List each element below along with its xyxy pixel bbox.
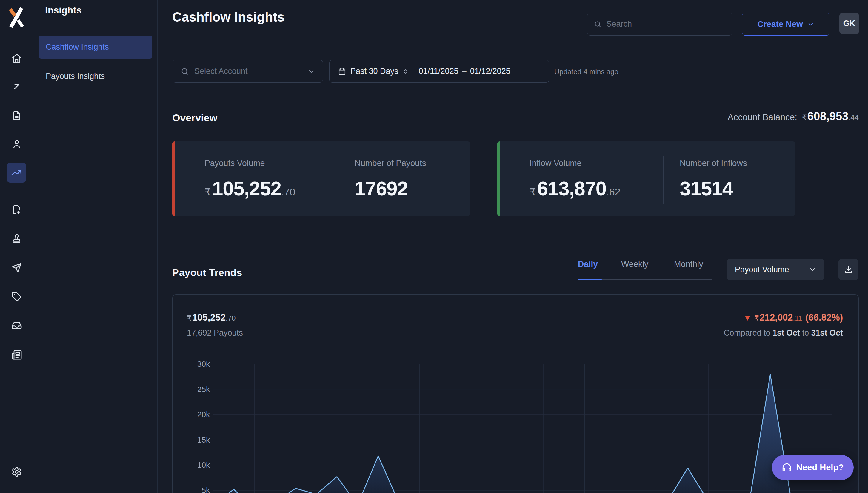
- number-of-payouts-value: 17692: [355, 177, 408, 200]
- sidebar-item-payouts-insights[interactable]: Payouts Insights: [39, 65, 152, 88]
- number-of-inflows-value: 31514: [680, 177, 733, 200]
- user-avatar[interactable]: GK: [839, 13, 859, 34]
- send-icon: [12, 262, 22, 273]
- payout-area-fill: [213, 375, 832, 493]
- nav-reports[interactable]: [10, 348, 23, 361]
- download-icon: [844, 265, 853, 274]
- account-balance: Account Balance: ₹ 608,953 .44: [727, 110, 859, 123]
- trending-up-icon: [11, 167, 22, 178]
- inflow-volume-label: Inflow Volume: [529, 158, 581, 168]
- payouts-count: 17692: [355, 177, 408, 200]
- inflow-summary-card: Inflow Volume ₹ 613,870 .62 Number of In…: [497, 141, 795, 216]
- payouts-volume-label: Payouts Volume: [204, 158, 265, 168]
- avatar-initials: GK: [843, 19, 855, 28]
- inflow-card-accent: [497, 141, 500, 216]
- payouts-volume-int: 105,252: [212, 177, 281, 200]
- inflow-volume-int: 613,870: [537, 177, 607, 200]
- account-balance-label: Account Balance:: [727, 112, 797, 122]
- home-icon: [12, 53, 22, 64]
- nav-payouts[interactable]: [10, 261, 23, 274]
- tab-weekly[interactable]: Weekly: [621, 259, 648, 269]
- last-updated-text: Updated 4 mins ago: [554, 67, 618, 76]
- overview-heading: Overview: [172, 112, 217, 124]
- date-to: 01/12/2025: [470, 67, 510, 76]
- need-help-label: Need Help?: [796, 463, 844, 472]
- trend-chart-svg: [213, 362, 832, 493]
- metric-selector[interactable]: Payout Volume: [727, 259, 824, 280]
- nav-approvals[interactable]: [10, 233, 23, 245]
- date-from: 01/11/2025: [419, 67, 458, 76]
- chevrons-up-down-icon: [402, 68, 409, 75]
- payouts-volume-dec: .70: [281, 186, 295, 198]
- rupee-symbol: ₹: [204, 186, 211, 198]
- payout-line: [213, 375, 832, 493]
- cashflow-insights-page: Insights Cashflow Insights Payouts Insig…: [0, 0, 868, 493]
- account-balance-value: 608,953: [807, 110, 848, 123]
- search-icon: [594, 20, 601, 28]
- sidebar-item-label: Payouts Insights: [46, 72, 105, 81]
- nav-statements[interactable]: [10, 109, 23, 122]
- rupee-symbol: ₹: [754, 314, 759, 322]
- nav-transfers[interactable]: [10, 80, 23, 93]
- date-preset-label: Past 30 Days: [350, 67, 398, 76]
- search-input[interactable]: [606, 19, 725, 29]
- payout-trends-heading: Payout Trends: [172, 267, 242, 278]
- rupee-symbol: ₹: [802, 113, 807, 122]
- chevron-down-icon: [308, 68, 315, 75]
- triangle-down-icon: ▼: [744, 314, 751, 323]
- rupee-symbol: ₹: [187, 314, 191, 322]
- global-search[interactable]: [587, 13, 732, 36]
- y-axis-tick: 30k: [178, 360, 210, 368]
- number-of-payouts-label: Number of Payouts: [355, 158, 426, 168]
- metric-selector-label: Payout Volume: [735, 265, 789, 274]
- chart-total-count: 17,692 Payouts: [187, 328, 243, 338]
- nav-pricing[interactable]: [10, 291, 23, 303]
- file-up-icon: [12, 205, 22, 215]
- nav-beneficiaries[interactable]: [10, 138, 23, 150]
- compare-mid: to: [802, 328, 809, 337]
- create-new-button[interactable]: Create New: [742, 13, 829, 36]
- chart-delta-int: 212,002: [760, 312, 793, 323]
- need-help-button[interactable]: Need Help?: [772, 455, 854, 480]
- tab-monthly[interactable]: Monthly: [674, 259, 703, 269]
- chart-total-dec: .70: [226, 314, 235, 322]
- download-button[interactable]: [839, 259, 859, 280]
- inflow-volume-dec: .62: [606, 186, 620, 198]
- y-axis-tick: 15k: [178, 435, 210, 444]
- nav-bulk-upload[interactable]: [10, 203, 23, 216]
- y-axis-tick: 25k: [178, 385, 210, 394]
- sidebar-item-cashflow-insights[interactable]: Cashflow Insights: [39, 36, 152, 59]
- sidebar-title: Insights: [45, 5, 82, 16]
- chart-total-int: 105,252: [192, 312, 226, 323]
- tab-daily[interactable]: Daily: [578, 259, 598, 269]
- date-range-picker[interactable]: Past 30 Days 01/11/2025 – 01/12/2025: [329, 60, 549, 83]
- brand-x-logo: [7, 6, 26, 29]
- payouts-card-accent: [172, 141, 175, 216]
- rupee-symbol: ₹: [529, 186, 536, 198]
- date-range-values: 01/11/2025 – 01/12/2025: [419, 67, 510, 76]
- page-title: Cashflow Insights: [172, 9, 284, 24]
- inflow-volume-value: ₹ 613,870 .62: [529, 177, 620, 200]
- compare-to: 31st Oct: [811, 328, 843, 337]
- nav-settings[interactable]: [10, 466, 23, 478]
- y-axis-tick: 5k: [178, 486, 210, 493]
- chart-total-value: ₹ 105,252 .70: [187, 312, 235, 323]
- tag-icon: [12, 291, 22, 302]
- user-icon: [12, 138, 22, 149]
- search-icon: [181, 67, 189, 76]
- card-divider: [663, 156, 664, 204]
- create-new-label: Create New: [757, 19, 803, 29]
- payouts-summary-card: Payouts Volume ₹ 105,252 .70 Number of P…: [172, 141, 470, 216]
- account-select[interactable]: Select Account: [173, 60, 323, 83]
- card-divider: [338, 156, 339, 204]
- nav-insights-active[interactable]: [6, 163, 26, 183]
- icon-rail: [0, 0, 33, 493]
- nav-inbox[interactable]: [10, 319, 23, 332]
- inflows-count: 31514: [680, 177, 733, 200]
- arrow-up-right-icon: [12, 81, 22, 92]
- file-text-icon: [12, 110, 22, 121]
- y-axis-tick: 10k: [178, 460, 210, 469]
- nav-home[interactable]: [10, 52, 23, 65]
- rail-bottom-divider: [0, 449, 33, 449]
- y-axis-tick: 20k: [178, 410, 210, 419]
